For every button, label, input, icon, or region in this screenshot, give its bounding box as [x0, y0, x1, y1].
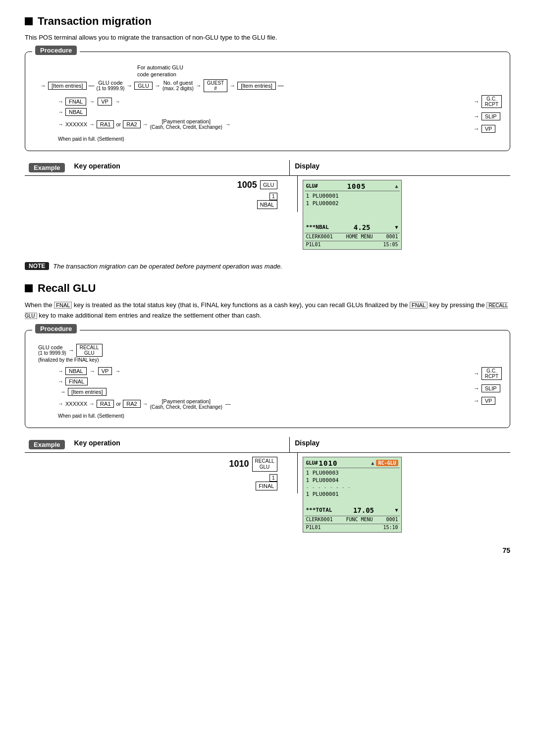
fnal-key-2: FINAL [65, 378, 88, 385]
flow-glu-code-row: GLU code (1 to 9999.9) → RECALLGLU [38, 344, 502, 357]
arr-item-2: → [60, 388, 66, 395]
item-entries-1: [Item entries] [48, 82, 87, 90]
branch-area-2: → NBAL → VP → → FINAL → [Item entries] [58, 366, 502, 411]
item-entries-box-2: [Item entries] [68, 388, 107, 396]
payment-block: [Payment operation] (Cash, Check, Credit… [150, 118, 222, 130]
section-title-recall: Recall GLU [25, 282, 510, 295]
example-body-key-2: 1010 RECALLGLU 1 FINAL [84, 453, 298, 493]
key-final-row: FINAL [256, 482, 277, 489]
footer-num-2: 0001 [386, 517, 398, 522]
flow-area-2: GLU code (1 to 9999.9) → RECALLGLU (fina… [33, 337, 502, 419]
display-header-2: GLU#1010 ▲ RC-GLU [305, 459, 400, 468]
arr-ra1: → [89, 121, 95, 127]
key-op-row-1005: 1005 GLU [237, 180, 277, 190]
when-paid-text-2: When paid in full. (Settlement) [58, 413, 124, 419]
display-footer-2: CLERK0001 FUNC MENU 0001 [305, 516, 400, 523]
display-blank-2-1 [305, 498, 400, 506]
arr-vp-right-2: → [115, 368, 120, 374]
arr-fnal: → [58, 99, 63, 105]
slip-row-2: → SLIP [472, 384, 502, 392]
right-keys-2: → G.C.RCPT → SLIP → VP [472, 366, 502, 411]
footer-time-2: 15:10 [383, 525, 398, 530]
arr-payment-right-2: — [225, 401, 231, 407]
arr-vp-2: → [90, 368, 95, 374]
arr-gcrcpt: → [474, 98, 480, 105]
arr-vp-1: → [89, 99, 95, 105]
total-tri-2: ▼ [395, 507, 398, 513]
procedure-box-2: Procedure GLU code (1 to 9999.9) → RECAL… [25, 330, 510, 428]
or-text: or [116, 121, 121, 127]
no-of-guest-label: No. of guest [163, 80, 193, 86]
example-body-disp-2: GLU#1010 ▲ RC-GLU 1 PLU00003 1 PLU00004 … [298, 453, 511, 537]
vp-row-right: → VP [472, 125, 502, 133]
page-number-text: 75 [502, 546, 510, 554]
display-glu-label-2: GLU# [306, 460, 318, 466]
nbal-tri-1: ▼ [395, 224, 398, 230]
key-small-1: 1 [269, 192, 277, 200]
display-blank-1-2 [305, 215, 400, 223]
arrow-6: → [229, 82, 235, 89]
cash-etc-text-2: (Cash, Check, Credit, Exchange) [150, 404, 222, 410]
display-footer-1b: P1L01 15:05 [305, 241, 400, 248]
arr-ra1-2: → [89, 401, 95, 407]
display-total-row-2: ***TOTAL 17.05▼ [305, 506, 400, 515]
display-glu-num-1: 1005 [347, 182, 366, 190]
item-entries-2: [Item entries] [237, 82, 276, 90]
vp-key-1: VP [98, 98, 112, 106]
display-row-1-1: 1 PLU00001 [305, 192, 400, 200]
example-body-row-1: 1005 GLU 1 NBAL GLU#1005 ▲ [25, 176, 510, 254]
procedure-box-1: Procedure For automatic GLUcode generati… [25, 52, 510, 151]
vp-key-2: VP [98, 367, 112, 375]
section-bullet [25, 17, 33, 25]
note-section-1: NOTE The transaction migration can be op… [25, 262, 510, 271]
fnal-row: → FNAL → VP → [58, 98, 234, 106]
key-btn-glu: GLU [260, 180, 277, 189]
xxxxxx-row-2: → XXXXXX → RA1 or RA2 → [Payment operati… [58, 398, 234, 410]
procedure-badge-1: Procedure [35, 46, 77, 55]
xxxxxx-row: → XXXXXX → RA1 or RA2 → [Payment operati… [58, 118, 234, 130]
display-header-content-2: GLU#1010 [306, 459, 338, 467]
nbal-label-1: ***NBAL [306, 224, 329, 230]
footer-menu-1: HOME MENU [346, 234, 373, 239]
key-op-content-1: 1005 GLU 1 NBAL [89, 180, 292, 208]
rc-glu-badge: RC-GLU [376, 460, 398, 466]
footer-time-1: 15:05 [383, 242, 398, 247]
when-paid-note-2: When paid in full. (Settlement) [58, 413, 502, 419]
glu-code-block: GLU code (1 to 9999.9) [97, 80, 125, 91]
payment-block-2: [Payment operation] (Cash, Check, Credit… [150, 398, 222, 410]
arr-fnal-2: → [58, 378, 63, 384]
procedure-label-1: Procedure [32, 46, 80, 55]
display-header-1: GLU#1005 ▲ [305, 182, 400, 191]
arrow-2: — [89, 82, 95, 89]
display-header-right-2: ▲ RC-GLU [371, 460, 398, 466]
glu-code-range: (1 to 9999.9) [97, 86, 125, 91]
display-footer-1: CLERK0001 HOME MENU 0001 [305, 233, 400, 240]
display-blank-1-1 [305, 207, 400, 215]
glu-code-label: GLU code [98, 80, 123, 86]
cash-etc-text: (Cash, Check, Credit, Exchange) [150, 124, 222, 130]
key-op-row-1010: 1010 RECALLGLU [229, 457, 277, 472]
right-keys: → G.C.RCPT → SLIP → VP [472, 94, 502, 134]
arr-xxx-2: → [58, 401, 63, 407]
or-text-2: or [116, 401, 121, 407]
footer-menu-2: FUNC MENU [346, 517, 373, 522]
slip-key-2: SLIP [482, 384, 500, 392]
procedure-label-2: Procedure [32, 324, 80, 333]
example-badge-1: Example [29, 163, 65, 172]
payment-op-text: [Payment operation] [161, 118, 210, 124]
key-btn-final: FINAL [256, 482, 277, 490]
display-row-2-2: 1 PLU00004 [305, 477, 400, 484]
flow-main-row: → [Item entries] — GLU code (1 to 9999.9… [38, 79, 502, 92]
display-glu-label-1: GLU# [306, 183, 318, 189]
glu-code-range-2: (1 to 9999.9) [38, 350, 66, 356]
example-section-2: Example Key operation Display 1010 RECAL… [25, 437, 510, 537]
note-text-1: The transaction migration can be operate… [53, 262, 282, 271]
example-section-1: Example Key operation Display 1005 GLU 1… [25, 160, 510, 254]
arr-nbal-2: → [58, 368, 63, 374]
section-title-transaction: Transaction migration [25, 15, 510, 28]
recall-glu-section: Recall GLU When the FNAL key is treated … [25, 282, 510, 537]
section-title-text: Transaction migration [38, 15, 152, 28]
footer-clerk-1: CLERK0001 [306, 234, 333, 239]
recall-glu-inline-key: RECALLGLU [25, 302, 508, 319]
arrow-4: → [155, 82, 160, 89]
